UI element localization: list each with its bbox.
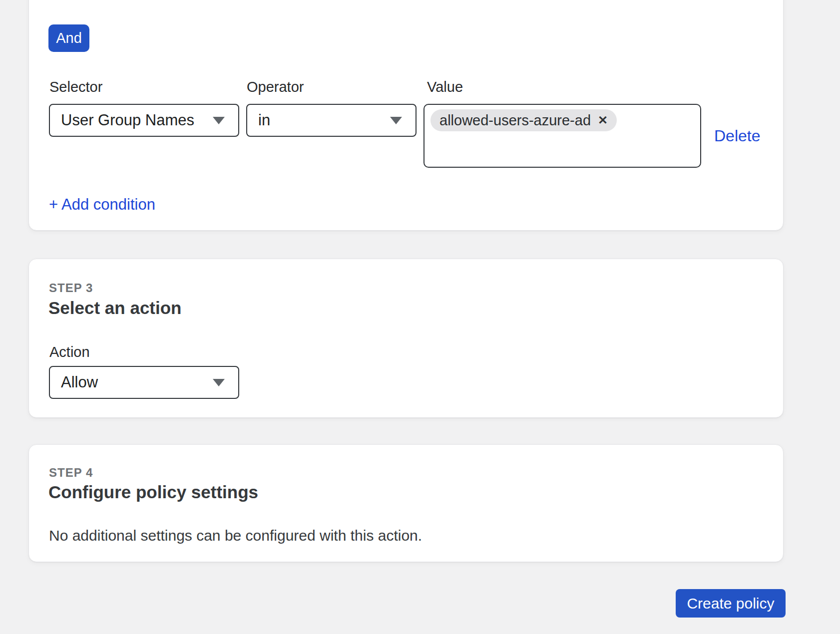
step3-title: Select an action [48,299,181,318]
operator-label: Operator [247,79,304,95]
value-tag-text: allowed-users-azure-ad [439,112,591,129]
action-label: Action [49,344,90,360]
step3-eyebrow: STEP 3 [49,281,93,295]
selector-dropdown-value: User Group Names [50,111,194,129]
conditions-card: And Selector Operator Value User Group N… [28,0,784,231]
operator-dropdown-value: in [247,111,270,129]
step4-title: Configure policy settings [48,483,258,502]
selector-label: Selector [49,79,102,95]
step4-body-text: No additional settings can be configured… [49,527,422,544]
create-policy-button[interactable]: Create policy [676,589,786,618]
delete-condition-link[interactable]: Delete [714,127,761,145]
remove-tag-icon[interactable]: ✕ [598,114,608,126]
selector-dropdown[interactable]: User Group Names [49,104,239,137]
value-multiselect-input[interactable]: allowed-users-azure-ad ✕ [423,104,701,168]
chevron-down-icon [390,117,402,124]
policy-builder-page: And Selector Operator Value User Group N… [0,0,840,634]
step4-card: STEP 4 Configure policy settings No addi… [28,444,784,562]
value-tag: allowed-users-azure-ad ✕ [430,109,617,131]
and-connector-button[interactable]: And [48,24,89,52]
step3-card: STEP 3 Select an action Action Allow [28,259,784,418]
action-dropdown[interactable]: Allow [49,366,239,399]
action-dropdown-value: Allow [50,373,98,391]
value-label: Value [427,79,463,95]
add-condition-link[interactable]: + Add condition [49,196,155,214]
chevron-down-icon [213,117,225,124]
step4-eyebrow: STEP 4 [49,466,93,480]
chevron-down-icon [213,379,225,386]
operator-dropdown[interactable]: in [246,104,417,137]
